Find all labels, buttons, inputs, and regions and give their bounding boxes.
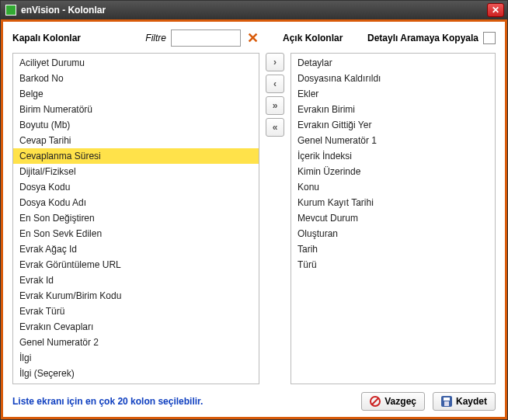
list-item[interactable]: Evrak Ağaç Id — [13, 241, 259, 257]
list-item[interactable]: Evrak Türü — [13, 304, 259, 319]
list-item[interactable]: Türü — [291, 257, 495, 272]
list-item[interactable]: Belge — [13, 86, 259, 102]
copy-to-search-checkbox[interactable] — [483, 32, 496, 44]
app-icon — [5, 5, 16, 16]
closed-columns-list[interactable]: Aciliyet DurumuBarkod NoBelgeBirim Numer… — [12, 53, 259, 384]
list-item[interactable]: Cevap Tarihi — [13, 133, 259, 148]
save-label: Kaydet — [456, 396, 487, 407]
move-all-right-button[interactable]: » — [266, 96, 284, 115]
save-icon — [441, 396, 452, 407]
cancel-label: Vazgeç — [384, 396, 416, 407]
filter-label: Filtre — [145, 33, 166, 43]
close-icon: ✕ — [492, 5, 499, 16]
filter-input[interactable] — [171, 30, 241, 47]
list-item[interactable]: Evrakın Cevapları — [13, 319, 259, 335]
closed-columns-label: Kapalı Kolonlar — [12, 33, 81, 43]
list-item[interactable]: Kimin Üzerinde — [291, 164, 495, 179]
list-item[interactable]: Cevaplanma Süresi — [13, 148, 259, 164]
list-item[interactable]: İlgi — [13, 350, 259, 366]
list-item[interactable]: Tarih — [291, 241, 495, 257]
open-columns-label: Açık Kolonlar — [283, 33, 343, 43]
list-item[interactable]: Dosya Kodu Adı — [13, 195, 259, 210]
list-item[interactable]: Konu — [291, 179, 495, 195]
list-item[interactable]: Evrak Görüntüleme URL — [13, 257, 259, 272]
list-item[interactable]: Evrak Id — [13, 272, 259, 288]
list-item[interactable]: Ekler — [291, 86, 495, 102]
list-item[interactable]: Mevcut Durum — [291, 210, 495, 226]
list-item[interactable]: Evrakın Birimi — [291, 102, 495, 117]
titlebar: enVision - Kolonlar ✕ — [1, 1, 507, 19]
footer-hint: Liste ekranı için en çok 20 kolon seçile… — [12, 396, 203, 407]
cancel-button[interactable]: Vazgeç — [361, 392, 425, 411]
move-left-button[interactable]: ‹ — [266, 75, 284, 93]
list-item[interactable]: Genel Numeratör 2 — [13, 335, 259, 350]
list-item[interactable]: Dosya Kodu — [13, 179, 259, 195]
window-title: enVision - Kolonlar — [21, 5, 487, 16]
list-item[interactable]: Aciliyet Durumu — [13, 55, 259, 71]
save-button[interactable]: Kaydet — [433, 392, 496, 411]
move-right-button[interactable]: › — [266, 53, 284, 71]
list-item[interactable]: En Son Değiştiren — [13, 210, 259, 226]
open-columns-list[interactable]: DetaylarDosyasına KaldırıldıEklerEvrakın… — [291, 53, 496, 384]
list-item[interactable]: Evrakın Gittiği Yer — [291, 117, 495, 133]
list-item[interactable]: Boyutu (Mb) — [13, 117, 259, 133]
close-button[interactable]: ✕ — [487, 3, 504, 17]
clear-icon: ✕ — [247, 30, 259, 47]
list-item[interactable]: Dosyasına Kaldırıldı — [291, 71, 495, 86]
list-item[interactable]: Birim Numeratörü — [13, 102, 259, 117]
cancel-icon — [370, 396, 381, 407]
list-item[interactable]: İlgi (Seçerek) — [13, 366, 259, 381]
list-item[interactable]: Evrak Kurum/Birim Kodu — [13, 288, 259, 304]
copy-to-search-label: Detaylı Aramaya Kopyala — [367, 33, 478, 43]
list-item[interactable]: Detaylar — [291, 55, 495, 71]
list-item[interactable]: İçerik İndeksi — [291, 148, 495, 164]
list-item[interactable]: Oluşturan — [291, 226, 495, 241]
list-item[interactable]: Barkod No — [13, 71, 259, 86]
list-item[interactable]: Dijital/Fiziksel — [13, 164, 259, 179]
filter-clear-button[interactable]: ✕ — [244, 30, 261, 47]
list-item[interactable]: Kurum Kayıt Tarihi — [291, 195, 495, 210]
move-all-left-button[interactable]: « — [266, 118, 284, 137]
list-item[interactable]: Genel Numeratör 1 — [291, 133, 495, 148]
list-item[interactable]: En Son Sevk Edilen — [13, 226, 259, 241]
